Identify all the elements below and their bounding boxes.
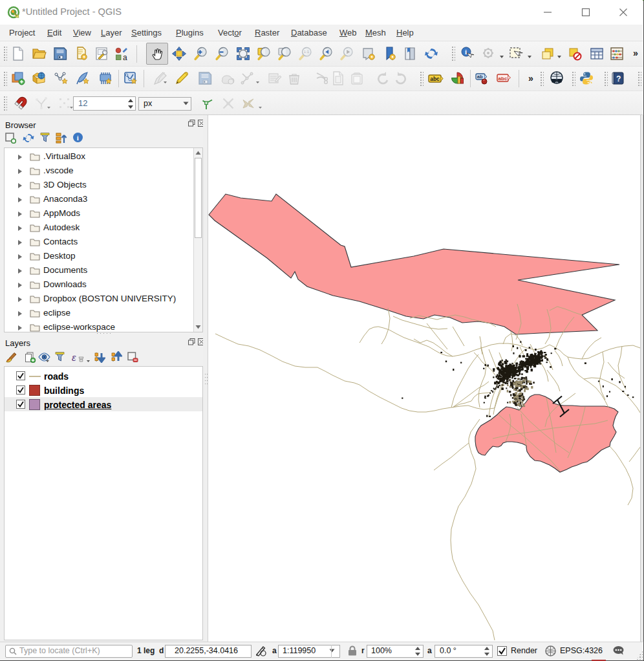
svg-text:i: i: [465, 48, 467, 56]
svg-text:abc: abc: [499, 76, 508, 81]
svg-text:1:1: 1:1: [304, 50, 310, 54]
svg-text:?: ?: [616, 74, 621, 83]
svg-text:abc: abc: [430, 76, 440, 82]
svg-text:i: i: [77, 134, 79, 142]
svg-text:a: a: [123, 53, 127, 62]
svg-text:ab: ab: [477, 74, 483, 80]
